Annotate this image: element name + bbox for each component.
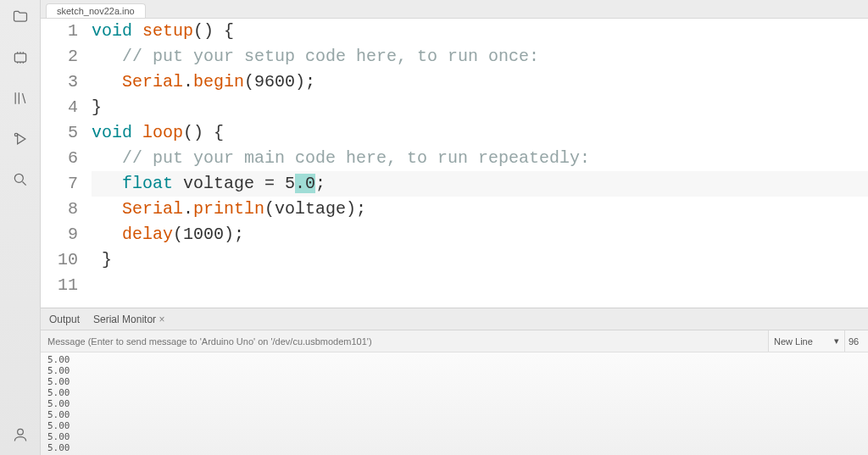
serial-output[interactable]: 5.005.005.005.005.005.005.005.005.00 (41, 352, 868, 455)
activity-bar (0, 0, 41, 455)
line-number: 7 (41, 171, 78, 197)
tab-output[interactable]: Output (49, 314, 80, 325)
serial-line: 5.00 (47, 365, 861, 376)
code-line[interactable]: // put your setup code here, to run once… (92, 44, 868, 69)
line-number: 3 (41, 69, 78, 95)
code-area[interactable]: void setup() { // put your setup code he… (92, 19, 868, 308)
line-number: 8 (41, 197, 78, 222)
line-number: 6 (41, 146, 78, 171)
serial-send-row: New Line ▾ 96 (41, 330, 868, 352)
line-number: 9 (41, 222, 78, 247)
line-number: 1 (41, 19, 78, 44)
code-line[interactable]: } (92, 247, 868, 273)
line-number: 10 (41, 247, 78, 273)
search-icon[interactable] (10, 169, 31, 190)
line-number: 2 (41, 44, 78, 69)
debug-icon[interactable] (10, 129, 31, 149)
code-line[interactable]: } (92, 95, 868, 120)
tab-bar: sketch_nov22a.ino (41, 0, 868, 19)
line-number: 5 (41, 120, 78, 146)
serial-line: 5.00 (47, 376, 861, 387)
tab-serial-monitor[interactable]: Serial Monitor (93, 314, 164, 325)
serial-message-input[interactable] (41, 336, 768, 347)
bottom-tab-bar: Output Serial Monitor (41, 308, 868, 330)
svg-point-1 (14, 133, 17, 136)
code-line[interactable]: // put your main code here, to run repea… (92, 146, 868, 171)
code-editor[interactable]: 1234567891011 void setup() { // put your… (41, 19, 868, 308)
code-line[interactable]: Serial.begin(9600); (92, 69, 868, 95)
line-number: 11 (41, 273, 78, 298)
board-manager-icon[interactable] (10, 47, 31, 68)
svg-point-3 (17, 429, 23, 435)
account-icon[interactable] (10, 424, 31, 445)
line-ending-label: New Line (774, 336, 813, 347)
serial-line: 5.00 (47, 442, 861, 453)
svg-rect-0 (14, 53, 25, 62)
line-number: 4 (41, 95, 78, 120)
svg-point-2 (14, 174, 23, 182)
code-line[interactable]: void loop() { (92, 120, 868, 146)
bottom-panel: Output Serial Monitor New Line ▾ 96 5.00… (41, 308, 868, 455)
serial-line: 5.00 (47, 420, 861, 431)
library-icon[interactable] (10, 88, 31, 108)
serial-line: 5.00 (47, 387, 861, 398)
code-line[interactable]: float voltage = 5.0; (92, 171, 868, 197)
folder-icon[interactable] (10, 7, 31, 27)
serial-line: 5.00 (47, 398, 861, 409)
serial-line: 5.00 (47, 409, 861, 420)
serial-line: 5.00 (47, 431, 861, 442)
app-root: sketch_nov22a.ino 1234567891011 void set… (0, 0, 868, 455)
editor-tab[interactable]: sketch_nov22a.ino (46, 3, 146, 18)
line-gutter: 1234567891011 (41, 19, 92, 308)
baud-dropdown[interactable]: 96 (844, 330, 868, 352)
code-line[interactable]: void setup() { (92, 19, 868, 44)
code-line[interactable]: delay(1000); (92, 222, 868, 247)
serial-line: 5.00 (47, 354, 861, 365)
chevron-down-icon: ▾ (834, 336, 839, 347)
main-pane: sketch_nov22a.ino 1234567891011 void set… (41, 0, 868, 455)
code-line[interactable]: Serial.println(voltage); (92, 197, 868, 222)
line-ending-dropdown[interactable]: New Line ▾ (768, 330, 844, 352)
